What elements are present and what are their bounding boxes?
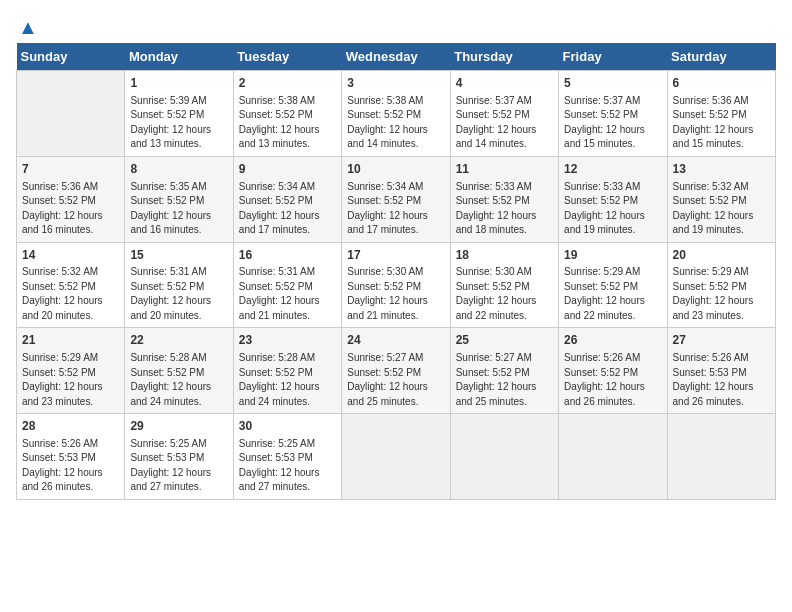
day-number: 24: [347, 332, 444, 349]
calendar-cell: 10Sunrise: 5:34 AM Sunset: 5:52 PM Dayli…: [342, 156, 450, 242]
calendar-cell: 16Sunrise: 5:31 AM Sunset: 5:52 PM Dayli…: [233, 242, 341, 328]
header-thursday: Thursday: [450, 43, 558, 71]
calendar-cell: 2Sunrise: 5:38 AM Sunset: 5:52 PM Daylig…: [233, 71, 341, 157]
calendar-cell: 8Sunrise: 5:35 AM Sunset: 5:52 PM Daylig…: [125, 156, 233, 242]
calendar-cell: 23Sunrise: 5:28 AM Sunset: 5:52 PM Dayli…: [233, 328, 341, 414]
calendar-cell: 12Sunrise: 5:33 AM Sunset: 5:52 PM Dayli…: [559, 156, 667, 242]
day-number: 9: [239, 161, 336, 178]
calendar-cell: 14Sunrise: 5:32 AM Sunset: 5:52 PM Dayli…: [17, 242, 125, 328]
calendar-cell: [667, 414, 775, 500]
calendar-week-row: 1Sunrise: 5:39 AM Sunset: 5:52 PM Daylig…: [17, 71, 776, 157]
calendar-cell: 11Sunrise: 5:33 AM Sunset: 5:52 PM Dayli…: [450, 156, 558, 242]
calendar-cell: 5Sunrise: 5:37 AM Sunset: 5:52 PM Daylig…: [559, 71, 667, 157]
logo-bird-icon: ▲: [18, 16, 38, 39]
day-info: Sunrise: 5:31 AM Sunset: 5:52 PM Dayligh…: [239, 265, 336, 323]
day-info: Sunrise: 5:38 AM Sunset: 5:52 PM Dayligh…: [347, 94, 444, 152]
day-number: 29: [130, 418, 227, 435]
day-number: 13: [673, 161, 770, 178]
header-wednesday: Wednesday: [342, 43, 450, 71]
calendar-cell: 7Sunrise: 5:36 AM Sunset: 5:52 PM Daylig…: [17, 156, 125, 242]
day-info: Sunrise: 5:28 AM Sunset: 5:52 PM Dayligh…: [239, 351, 336, 409]
calendar-cell: 15Sunrise: 5:31 AM Sunset: 5:52 PM Dayli…: [125, 242, 233, 328]
day-info: Sunrise: 5:33 AM Sunset: 5:52 PM Dayligh…: [456, 180, 553, 238]
day-number: 21: [22, 332, 119, 349]
day-info: Sunrise: 5:26 AM Sunset: 5:53 PM Dayligh…: [673, 351, 770, 409]
day-number: 15: [130, 247, 227, 264]
day-number: 25: [456, 332, 553, 349]
calendar-cell: 25Sunrise: 5:27 AM Sunset: 5:52 PM Dayli…: [450, 328, 558, 414]
day-number: 19: [564, 247, 661, 264]
header-saturday: Saturday: [667, 43, 775, 71]
calendar-cell: [559, 414, 667, 500]
day-info: Sunrise: 5:31 AM Sunset: 5:52 PM Dayligh…: [130, 265, 227, 323]
day-number: 11: [456, 161, 553, 178]
day-info: Sunrise: 5:36 AM Sunset: 5:52 PM Dayligh…: [22, 180, 119, 238]
header-sunday: Sunday: [17, 43, 125, 71]
day-number: 14: [22, 247, 119, 264]
calendar-cell: 30Sunrise: 5:25 AM Sunset: 5:53 PM Dayli…: [233, 414, 341, 500]
day-number: 17: [347, 247, 444, 264]
calendar-cell: 26Sunrise: 5:26 AM Sunset: 5:52 PM Dayli…: [559, 328, 667, 414]
day-info: Sunrise: 5:32 AM Sunset: 5:52 PM Dayligh…: [22, 265, 119, 323]
calendar-cell: 17Sunrise: 5:30 AM Sunset: 5:52 PM Dayli…: [342, 242, 450, 328]
day-info: Sunrise: 5:27 AM Sunset: 5:52 PM Dayligh…: [456, 351, 553, 409]
calendar-week-row: 21Sunrise: 5:29 AM Sunset: 5:52 PM Dayli…: [17, 328, 776, 414]
calendar-week-row: 28Sunrise: 5:26 AM Sunset: 5:53 PM Dayli…: [17, 414, 776, 500]
calendar-cell: 3Sunrise: 5:38 AM Sunset: 5:52 PM Daylig…: [342, 71, 450, 157]
calendar-cell: [450, 414, 558, 500]
calendar-cell: 24Sunrise: 5:27 AM Sunset: 5:52 PM Dayli…: [342, 328, 450, 414]
day-info: Sunrise: 5:30 AM Sunset: 5:52 PM Dayligh…: [456, 265, 553, 323]
day-info: Sunrise: 5:39 AM Sunset: 5:52 PM Dayligh…: [130, 94, 227, 152]
day-info: Sunrise: 5:35 AM Sunset: 5:52 PM Dayligh…: [130, 180, 227, 238]
day-number: 20: [673, 247, 770, 264]
calendar-cell: 6Sunrise: 5:36 AM Sunset: 5:52 PM Daylig…: [667, 71, 775, 157]
day-number: 2: [239, 75, 336, 92]
day-number: 12: [564, 161, 661, 178]
calendar-week-row: 7Sunrise: 5:36 AM Sunset: 5:52 PM Daylig…: [17, 156, 776, 242]
day-info: Sunrise: 5:34 AM Sunset: 5:52 PM Dayligh…: [239, 180, 336, 238]
calendar-cell: 19Sunrise: 5:29 AM Sunset: 5:52 PM Dayli…: [559, 242, 667, 328]
calendar-cell: 27Sunrise: 5:26 AM Sunset: 5:53 PM Dayli…: [667, 328, 775, 414]
day-info: Sunrise: 5:26 AM Sunset: 5:52 PM Dayligh…: [564, 351, 661, 409]
calendar-cell: 28Sunrise: 5:26 AM Sunset: 5:53 PM Dayli…: [17, 414, 125, 500]
day-number: 7: [22, 161, 119, 178]
day-number: 1: [130, 75, 227, 92]
calendar-cell: 29Sunrise: 5:25 AM Sunset: 5:53 PM Dayli…: [125, 414, 233, 500]
day-number: 23: [239, 332, 336, 349]
day-info: Sunrise: 5:29 AM Sunset: 5:52 PM Dayligh…: [673, 265, 770, 323]
day-info: Sunrise: 5:28 AM Sunset: 5:52 PM Dayligh…: [130, 351, 227, 409]
day-info: Sunrise: 5:30 AM Sunset: 5:52 PM Dayligh…: [347, 265, 444, 323]
day-number: 8: [130, 161, 227, 178]
calendar-cell: 1Sunrise: 5:39 AM Sunset: 5:52 PM Daylig…: [125, 71, 233, 157]
calendar-cell: 4Sunrise: 5:37 AM Sunset: 5:52 PM Daylig…: [450, 71, 558, 157]
calendar-table: SundayMondayTuesdayWednesdayThursdayFrid…: [16, 43, 776, 500]
day-info: Sunrise: 5:37 AM Sunset: 5:52 PM Dayligh…: [456, 94, 553, 152]
header-tuesday: Tuesday: [233, 43, 341, 71]
calendar-cell: [17, 71, 125, 157]
day-info: Sunrise: 5:25 AM Sunset: 5:53 PM Dayligh…: [130, 437, 227, 495]
day-number: 30: [239, 418, 336, 435]
day-info: Sunrise: 5:29 AM Sunset: 5:52 PM Dayligh…: [564, 265, 661, 323]
day-number: 16: [239, 247, 336, 264]
header-monday: Monday: [125, 43, 233, 71]
day-info: Sunrise: 5:32 AM Sunset: 5:52 PM Dayligh…: [673, 180, 770, 238]
day-info: Sunrise: 5:33 AM Sunset: 5:52 PM Dayligh…: [564, 180, 661, 238]
day-info: Sunrise: 5:26 AM Sunset: 5:53 PM Dayligh…: [22, 437, 119, 495]
header: ▲: [16, 16, 776, 35]
day-info: Sunrise: 5:25 AM Sunset: 5:53 PM Dayligh…: [239, 437, 336, 495]
day-number: 6: [673, 75, 770, 92]
logo: ▲: [16, 16, 38, 35]
day-number: 26: [564, 332, 661, 349]
calendar-cell: 22Sunrise: 5:28 AM Sunset: 5:52 PM Dayli…: [125, 328, 233, 414]
day-number: 4: [456, 75, 553, 92]
calendar-cell: 18Sunrise: 5:30 AM Sunset: 5:52 PM Dayli…: [450, 242, 558, 328]
day-number: 28: [22, 418, 119, 435]
day-info: Sunrise: 5:29 AM Sunset: 5:52 PM Dayligh…: [22, 351, 119, 409]
calendar-week-row: 14Sunrise: 5:32 AM Sunset: 5:52 PM Dayli…: [17, 242, 776, 328]
calendar-cell: 13Sunrise: 5:32 AM Sunset: 5:52 PM Dayli…: [667, 156, 775, 242]
day-number: 5: [564, 75, 661, 92]
day-info: Sunrise: 5:36 AM Sunset: 5:52 PM Dayligh…: [673, 94, 770, 152]
day-info: Sunrise: 5:38 AM Sunset: 5:52 PM Dayligh…: [239, 94, 336, 152]
calendar-cell: 9Sunrise: 5:34 AM Sunset: 5:52 PM Daylig…: [233, 156, 341, 242]
day-number: 22: [130, 332, 227, 349]
